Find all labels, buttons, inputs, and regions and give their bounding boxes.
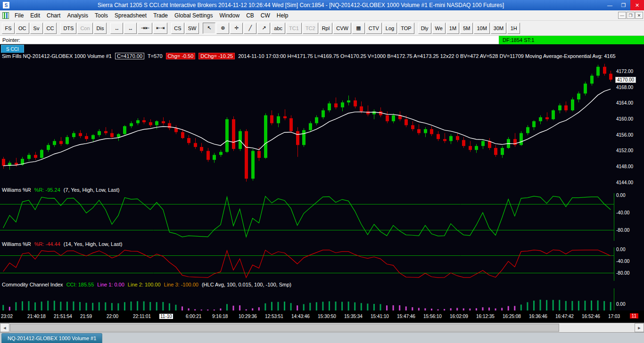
wr-axis-label: -80.00 xyxy=(616,228,629,233)
hscale-expand-icon[interactable]: ↔ xyxy=(110,23,123,34)
menu-cw[interactable]: CW xyxy=(257,10,273,21)
close-button[interactable]: ✕ xyxy=(630,0,644,10)
menu-global-settings[interactable]: Global Settings xyxy=(171,10,216,21)
header-segment: 2014-11-10 17:03:00 H=4171.75 L=4169.75 … xyxy=(238,53,616,59)
wr-axis-label: -40.00 xyxy=(616,259,629,264)
cvw-button[interactable]: CVW xyxy=(333,23,351,34)
menu-chart[interactable]: Chart xyxy=(43,10,64,21)
header-segment: Line 2: 100.00 xyxy=(128,282,161,287)
window-buttons: —❐✕ xyxy=(603,0,644,10)
time-axis-label: 15:41:10 xyxy=(371,314,389,319)
we-button[interactable]: We xyxy=(432,23,446,34)
header-segment: Commodity Channel Index xyxy=(2,282,63,287)
sw-button[interactable]: SW xyxy=(185,23,199,34)
cross-lines-tool[interactable]: ✛ xyxy=(230,23,243,34)
toolbar-separator xyxy=(199,23,202,34)
dts-button[interactable]: DTS xyxy=(60,23,76,34)
menu-file[interactable]: File xyxy=(11,10,27,21)
pointer-status-bar: Pointer: DF:1854 ST:1 xyxy=(0,36,644,44)
cci-canvas[interactable] xyxy=(0,288,614,310)
time-axis-label: 12:53:51 xyxy=(265,314,283,319)
dis-button[interactable]: Dis xyxy=(94,23,107,34)
menu-window[interactable]: Window xyxy=(216,10,243,21)
rpl-button[interactable]: Rpl xyxy=(319,23,333,34)
oc-button[interactable]: OC xyxy=(16,23,29,34)
bar-space-compress-icon[interactable]: ⇥⇤ xyxy=(138,23,152,34)
time-axis-label: 16:36:46 xyxy=(529,314,547,319)
30m-button[interactable]: 30M xyxy=(491,23,506,34)
horizontal-scrollbar: ◄ ► xyxy=(0,323,644,332)
menu-spreadsheet[interactable]: Spreadsheet xyxy=(111,10,150,21)
hscale-expand-alt-icon[interactable]: ↔ xyxy=(124,23,137,34)
log-button[interactable]: Log xyxy=(383,23,397,34)
scrollbar-thumb[interactable] xyxy=(10,324,559,332)
tab-nq-201412[interactable]: NQ-201412-GLOBEX 1000 Volume #1 xyxy=(1,333,102,343)
menu-cb[interactable]: CB xyxy=(243,10,257,21)
price-axis-label: 4148.00 xyxy=(616,164,633,169)
price-axis-label: 4152.00 xyxy=(616,148,633,153)
time-axis-label: 16:12:35 xyxy=(476,314,495,319)
price-axis-label: 4168.00 xyxy=(616,85,633,90)
tc1-button: TC1 xyxy=(286,23,302,34)
toolbar-separator xyxy=(107,23,110,34)
5m-button[interactable]: 5M xyxy=(460,23,473,34)
mdi-close-button[interactable]: ✕ xyxy=(635,12,643,19)
1m-button[interactable]: 1M xyxy=(446,23,459,34)
line-tool[interactable]: ╱ xyxy=(244,23,256,34)
date-corner-badge: 11 xyxy=(630,313,638,318)
toolbar-separator xyxy=(415,23,418,34)
mdi-window-buttons: —❐✕ xyxy=(618,12,643,19)
scroll-right-button[interactable]: ► xyxy=(635,323,644,332)
1h-button[interactable]: 1H xyxy=(507,23,520,34)
sv-button[interactable]: Sv xyxy=(30,23,43,34)
menu-analysis[interactable]: Analysis xyxy=(64,10,91,21)
menu-tools[interactable]: Tools xyxy=(91,10,111,21)
cci-axis-label: 0.00 xyxy=(616,302,625,307)
ctv-button[interactable]: CTV xyxy=(366,23,382,34)
top-button[interactable]: TOP xyxy=(398,23,414,34)
time-axis-label: 14:43:46 xyxy=(291,314,310,319)
window-title: Sierra Chart 1205 S CCI.cht Interactive … xyxy=(0,2,602,8)
restore-button[interactable]: ❐ xyxy=(617,0,630,10)
time-axis-label: 21:59 xyxy=(80,314,92,319)
time-axis-label: 15:35:34 xyxy=(344,314,363,319)
ray-tool[interactable]: ↗ xyxy=(257,23,270,34)
williams-r1-header: Williams %R%R: -95.24(7, Yes, High, Low,… xyxy=(2,187,123,193)
price-panel-header: Sim Fills NQ-201412-GLOBEX 1000 Volume #… xyxy=(2,53,619,59)
crosshair-tool[interactable]: ⊕ xyxy=(216,23,229,34)
wr-axis-label: 0.00 xyxy=(616,247,625,252)
pointer-tool[interactable]: ↖ xyxy=(203,23,215,34)
cs-button[interactable]: CS xyxy=(171,23,184,34)
mdi-minimize-button[interactable]: — xyxy=(618,12,626,19)
tab-s-cci[interactable]: S CCI xyxy=(1,45,24,53)
menu-help[interactable]: Help xyxy=(273,10,292,21)
dly-button[interactable]: Dly xyxy=(418,23,431,34)
cc-button[interactable]: CC xyxy=(44,23,57,34)
header-segment: (7, Yes, High, Low, Last) xyxy=(64,187,120,193)
williams-r1-canvas[interactable] xyxy=(0,193,614,241)
10m-button[interactable]: 10M xyxy=(474,23,489,34)
toolbar: FSOCSvCCDTSConDis↔↔⇥⇤⇤⇥CSSW↖⊕✛╱↗abcTC1TC… xyxy=(0,21,644,36)
menu-edit[interactable]: Edit xyxy=(27,10,43,21)
minimize-button[interactable]: — xyxy=(603,0,617,10)
bar-space-expand-icon[interactable]: ⇤⇥ xyxy=(153,23,167,34)
trade-window-grid-icon[interactable]: ▦ xyxy=(352,23,365,34)
time-axis-label: 11-10 xyxy=(159,314,173,319)
data-feed-status-badge: DF:1854 ST:1 xyxy=(499,36,644,44)
title-bar: S Sierra Chart 1205 S CCI.cht Interactiv… xyxy=(0,0,644,10)
header-segment: %R: -95.24 xyxy=(34,187,60,193)
pointer-label: Pointer: xyxy=(2,37,20,43)
williams-r2-canvas[interactable] xyxy=(0,247,614,281)
time-axis-label: 16:25:08 xyxy=(503,314,521,319)
scroll-left-button[interactable]: ◄ xyxy=(0,323,9,332)
header-segment: Line 3: -100.00 xyxy=(164,282,198,287)
menu-trade[interactable]: Trade xyxy=(150,10,171,21)
header-segment: T=570 xyxy=(148,53,163,59)
tc2-button: TC2 xyxy=(303,23,318,34)
price-chart-canvas[interactable] xyxy=(0,60,614,187)
mdi-restore-button[interactable]: ❐ xyxy=(627,12,635,19)
time-axis-label: 21:51:54 xyxy=(54,314,72,319)
fs-button[interactable]: FS xyxy=(2,23,15,34)
text-tool-button[interactable]: abc xyxy=(271,23,285,34)
time-axis-label: 15:56:10 xyxy=(423,314,442,319)
